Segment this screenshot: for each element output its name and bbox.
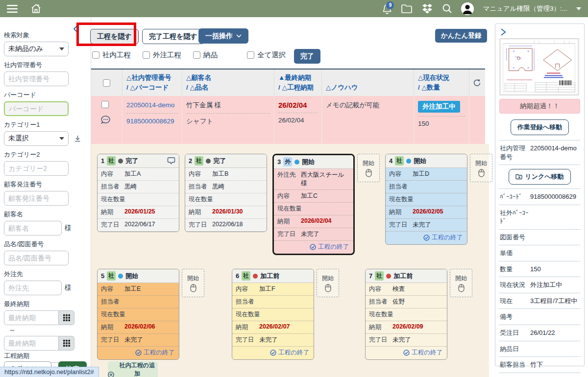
order-date-label: 受注日	[500, 329, 530, 337]
external-badge: 外	[283, 157, 292, 166]
internal-process-checkbox[interactable]: 社内工程	[92, 50, 131, 60]
notification-count-badge: 9	[386, 1, 394, 9]
category1-select[interactable]: 未選択	[4, 131, 69, 146]
sort-qty[interactable]: / △数量	[418, 83, 465, 92]
header-checkbox[interactable]	[103, 79, 110, 87]
customer-name-label: 顧客名	[4, 210, 86, 219]
range-tilde: ～	[9, 326, 86, 335]
process-card-group: 3外開始 外注先西大阪スチール様 内容加工C 現在数量 納期2026/02/04…	[272, 154, 380, 255]
sort-knowhow[interactable]: △ノウハウ	[326, 83, 410, 92]
chevron-down-icon	[59, 47, 64, 50]
row-knowhow-memo: メモの記載が可能	[326, 101, 410, 110]
end-process-link[interactable]: 工程の終了	[366, 347, 447, 359]
current-status-value: 外注加工中	[530, 281, 562, 289]
process-card-6[interactable]: 6社加工前 内容加工F 担当者 現在数量 納期2026/02/07 完了日未完了…	[232, 269, 314, 360]
mouse-icon	[366, 169, 372, 177]
vendor-input[interactable]	[4, 281, 62, 295]
hamburger-menu-icon[interactable]	[7, 4, 18, 13]
hide-process-button[interactable]: 工程を隠す	[90, 29, 139, 44]
filter-checkbox-row: 社内工程 外注工程 納品 全て選択	[92, 50, 297, 60]
delivery-checkbox[interactable]: 納品	[193, 50, 218, 60]
process-card-2[interactable]: 2社完了 内容加工B 担当者黒崎 現在数量 納期2026/01/30 完了日20…	[185, 154, 267, 232]
search-icon[interactable]	[442, 3, 452, 14]
dropbox-icon[interactable]	[421, 3, 433, 14]
category1-label: カテゴリー1	[4, 120, 86, 129]
account-dropdown-caret-icon[interactable]	[576, 7, 581, 10]
customer-name-input[interactable]	[4, 221, 62, 236]
overdue-alert-badge: 納期超過！！	[499, 99, 580, 114]
end-process-link[interactable]: 工程の終了	[274, 241, 353, 254]
drawing-thumbnail[interactable]	[499, 38, 579, 95]
complete-button[interactable]: 完了	[294, 49, 320, 64]
home-icon[interactable]	[30, 3, 42, 14]
row-mgmt-number-link[interactable]: 22050014-demo	[126, 101, 178, 110]
account-name: マニュアル権限（管理3）:...	[483, 4, 567, 13]
card-comment-icon[interactable]	[167, 157, 175, 165]
search-target-select[interactable]: 未納品のみ	[4, 42, 69, 56]
mgmt-number-input[interactable]	[4, 71, 69, 86]
calendar-icon[interactable]	[59, 310, 74, 325]
internal-badge: 社	[375, 271, 384, 281]
process-card-1[interactable]: 1社完了 内容加工A 担当者黒崎 現在数量 納期2026/01/25 完了日20…	[97, 154, 179, 232]
sort-process-due[interactable]: / △工程納期	[278, 83, 318, 92]
calendar-icon[interactable]	[59, 336, 74, 351]
process-card-3[interactable]: 3外開始 外注先西大阪スチール様 内容加工C 現在数量 納期2026/02/04…	[272, 154, 355, 255]
process-card-7[interactable]: 7社加工前 内容検査 担当者佐野 現在数量 納期2026/02/09 完了日未完…	[365, 269, 447, 360]
delivery-date-label: 納品日	[500, 345, 530, 353]
end-process-link[interactable]: 工程の終了	[232, 347, 314, 359]
add-internal-process-button[interactable]: 社内工程の追加	[108, 361, 158, 377]
item-name-label: 品名/図面番号	[4, 240, 86, 249]
process-card-4[interactable]: 4社開始 内容加工D 担当者 現在数量 納期2026/02/05 完了日未完了 …	[385, 154, 467, 245]
row-checkbox[interactable]	[101, 101, 109, 108]
external-process-checkbox[interactable]: 外注工程	[143, 50, 181, 60]
sort-barcode[interactable]: / △バーコード	[126, 83, 178, 92]
barcode-input[interactable]	[4, 101, 69, 116]
internal-badge: 社	[242, 271, 250, 281]
item-name-input[interactable]	[4, 251, 69, 265]
easy-register-button[interactable]: かんたん登録	[435, 29, 487, 43]
bulk-actions-button[interactable]: 一括操作	[198, 28, 248, 44]
sort-customer[interactable]: △顧客名	[186, 73, 270, 82]
go-to-work-register-button[interactable]: 作業登録へ移動	[511, 119, 569, 135]
row-customer: 竹下金属 様	[186, 101, 270, 110]
final-due-to-input[interactable]	[4, 336, 59, 351]
select-all-checkbox[interactable]: 全て選択	[247, 50, 286, 60]
final-due-label: 最終納期	[4, 300, 86, 308]
process-card-group: 1社完了 内容加工A 担当者黒崎 現在数量 納期2026/01/25 完了日20…	[97, 154, 179, 232]
status-dot	[206, 159, 211, 164]
process-card-5[interactable]: 5社開始 内容加工E 担当者 現在数量 納期2026/02/06 完了日未完了 …	[97, 269, 179, 360]
sort-status[interactable]: △現在状況	[418, 73, 465, 82]
internal-badge: 社	[195, 156, 203, 165]
start-process-button[interactable]: 開始	[317, 269, 339, 297]
go-to-link-button[interactable]: リンクへ移動	[509, 169, 570, 185]
sort-item[interactable]: / △品名	[186, 83, 270, 92]
row-final-due: 26/02/04	[278, 101, 318, 109]
start-process-button[interactable]: 開始	[182, 269, 204, 297]
start-process-button[interactable]: 開始	[357, 154, 380, 182]
collapse-sidebar-icon[interactable]	[73, 24, 79, 34]
folder-icon[interactable]	[401, 4, 413, 14]
end-process-link[interactable]: 工程の終了	[98, 347, 179, 359]
expand-categories-icon[interactable]	[74, 135, 81, 142]
sort-final-due[interactable]: ▲最終納期	[278, 73, 318, 82]
end-process-link[interactable]: 工程の終了	[386, 232, 467, 244]
final-due-from-input[interactable]	[4, 310, 59, 325]
plus-circle-icon	[108, 372, 114, 377]
row-barcode-link[interactable]: 9185000008629	[126, 117, 178, 126]
start-process-button[interactable]: 開始	[470, 154, 492, 182]
memo-chat-icon[interactable]	[100, 115, 113, 126]
notifications-bell-icon[interactable]: 9	[382, 3, 392, 14]
start-process-button[interactable]: 開始	[450, 269, 472, 297]
process-cards-region: 1社完了 内容加工A 担当者黒崎 現在数量 納期2026/01/25 完了日20…	[91, 144, 489, 377]
collapse-panel-icon[interactable]	[500, 28, 506, 36]
process-card-group: 6社加工前 内容加工F 担当者 現在数量 納期2026/02/07 完了日未完了…	[232, 269, 339, 360]
refresh-icon[interactable]	[469, 70, 485, 96]
sort-mgmt-number[interactable]: △社内管理番号	[126, 73, 178, 82]
table-header: △社内管理番号/ △バーコード △顧客名/ △品名 ▲最終納期/ △工程納期 △…	[91, 70, 485, 96]
table-row[interactable]: 22050014-demo 9185000008629 竹下金属 様 シャフト …	[91, 96, 485, 146]
user-avatar[interactable]	[461, 2, 474, 15]
category2-input[interactable]	[4, 161, 69, 176]
customer-order-input[interactable]	[4, 191, 69, 206]
row-item: シャフト	[186, 117, 270, 126]
hide-completed-button[interactable]: 完了工程を隠す	[142, 29, 204, 44]
